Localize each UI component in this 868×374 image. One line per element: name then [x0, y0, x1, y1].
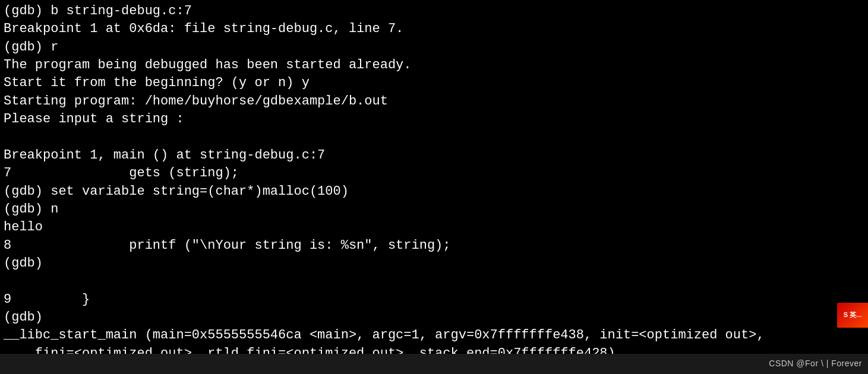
terminal-line-1: (gdb) b string-debug.c:7 — [4, 2, 864, 20]
sogou-translate-icon[interactable]: S 英... — [837, 303, 868, 328]
terminal-line-16 — [4, 272, 864, 290]
terminal-line-13: hello — [4, 218, 864, 236]
terminal-line-18: (gdb) — [4, 309, 864, 327]
bottom-bar: CSDN @For \ | Forever — [0, 354, 868, 374]
terminal-line-11: (gdb) set variable string=(char*)malloc(… — [4, 183, 864, 201]
terminal-line-17: 9 } — [4, 291, 864, 309]
sogou-label: S 英... — [844, 310, 862, 319]
terminal-line-3: (gdb) r — [4, 39, 864, 56]
terminal-line-14: 8 printf ("\nYour string is: %sn", strin… — [4, 237, 864, 255]
terminal-line-12: (gdb) n — [4, 201, 864, 218]
terminal-line-8 — [4, 129, 864, 147]
terminal-line-2: Breakpoint 1 at 0x6da: file string-debug… — [4, 20, 864, 38]
terminal-line-4: The program being debugged has been star… — [4, 56, 864, 74]
csdn-badge: CSDN @For \ | Forever — [769, 358, 862, 369]
terminal-line-10: 7 gets (string); — [4, 164, 864, 182]
terminal: (gdb) b string-debug.c:7 Breakpoint 1 at… — [0, 0, 868, 374]
terminal-line-19: __libc_start_main (main=0x5555555546ca <… — [4, 327, 864, 344]
terminal-line-15: (gdb) — [4, 255, 864, 272]
terminal-line-7: Please input a string : — [4, 110, 864, 128]
terminal-line-6: Starting program: /home/buyhorse/gdbexam… — [4, 93, 864, 110]
terminal-line-9: Breakpoint 1, main () at string-debug.c:… — [4, 147, 864, 164]
terminal-line-5: Start it from the beginning? (y or n) y — [4, 74, 864, 92]
